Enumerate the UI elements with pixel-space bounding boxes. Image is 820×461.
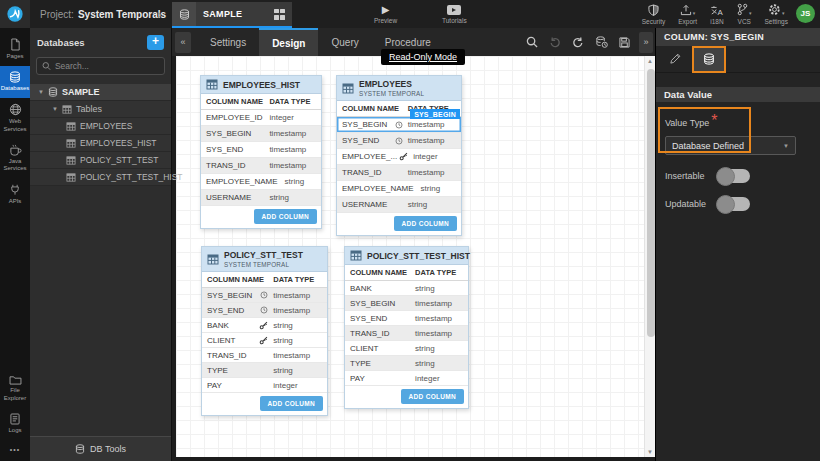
grid-view-icon[interactable] (274, 9, 285, 20)
column-row[interactable]: SYS_END timestamp (337, 133, 461, 149)
scrollbar-thumb[interactable] (647, 69, 655, 337)
vertical-scrollbar[interactable]: ▲ ▼ (644, 56, 655, 457)
column-name: SYS_BEGIN (345, 299, 415, 308)
value-type-dropdown[interactable]: Database Defined ▼ (665, 136, 796, 155)
tree-table-item[interactable]: EMPLOYEES_HIST (30, 135, 171, 152)
column-row[interactable]: EMPLOYEE_NAME string (201, 174, 321, 190)
tab-column-data[interactable] (692, 46, 726, 73)
column-row[interactable]: CLIENT string (345, 341, 468, 356)
database-scripts-icon[interactable] (595, 36, 608, 48)
security-label: Security (642, 18, 665, 25)
save-icon[interactable] (619, 37, 630, 48)
entity-card-policy-stt-test-hist[interactable]: POLICY_STT_TEST_HIST COLUMN NAME DATA TY… (344, 246, 469, 409)
column-row[interactable]: TRANS_ID timestamp (202, 348, 327, 363)
add-column-button[interactable]: ADD COLUMN (394, 216, 457, 231)
tab-design[interactable]: Design (259, 28, 318, 56)
preview-button[interactable]: ▶ Preview (374, 4, 397, 24)
column-row[interactable]: SYS_END timestamp (345, 311, 468, 326)
column-row[interactable]: TRANS_ID timestamp (345, 326, 468, 341)
column-row[interactable]: TRANS_ID timestamp (201, 158, 321, 174)
column-row[interactable]: CLIENT string (202, 333, 327, 348)
security-button[interactable]: Security (642, 4, 665, 25)
insertable-toggle[interactable] (717, 169, 750, 183)
column-row[interactable]: BANK string (202, 318, 327, 333)
column-type: string (273, 366, 293, 375)
schema-canvas[interactable]: EMPLOYEES_HIST COLUMN NAME DATA TYPE EMP… (176, 56, 655, 457)
entity-card-policy-stt-test[interactable]: POLICY_STT_TEST SYSTEM TEMPORAL COLUMN N… (201, 246, 328, 416)
i18n-button[interactable]: A i18N (710, 4, 724, 25)
column-type: timestamp (415, 329, 452, 338)
scroll-up-arrow[interactable]: ▲ (645, 58, 655, 64)
column-row[interactable]: PAY integer (345, 371, 468, 386)
column-properties-panel: COLUMN: SYS_BEGIN Data Value Value Type*… (655, 28, 820, 461)
table-icon (207, 254, 219, 265)
add-column-button[interactable]: ADD COLUMN (401, 389, 464, 404)
tab-edit-column[interactable] (658, 46, 692, 73)
tab-query[interactable]: Query (318, 28, 371, 56)
sidebar-item-web-services[interactable]: Web Services (0, 98, 30, 138)
search-icon (42, 61, 51, 71)
tree-table-item[interactable]: EMPLOYEES (30, 118, 171, 135)
entity-header[interactable]: POLICY_STT_TEST SYSTEM TEMPORAL (202, 247, 327, 272)
sidebar-item-file-explorer[interactable]: File Explorer (0, 370, 30, 407)
search-input[interactable] (55, 61, 159, 71)
user-avatar[interactable]: JS (796, 4, 815, 23)
redo-icon[interactable] (572, 36, 584, 48)
sidebar-item-pages[interactable]: Pages (0, 33, 30, 66)
column-row[interactable]: SYS_END timestamp (202, 303, 327, 318)
column-row[interactable]: EMPLOYEE_... integer (337, 149, 461, 165)
column-row[interactable]: PAY integer (202, 378, 327, 393)
tree-database-sample[interactable]: ▼ SAMPLE (30, 84, 171, 101)
search-box[interactable] (36, 57, 165, 75)
tree-table-item[interactable]: POLICY_STT_TEST_HIST (30, 169, 171, 186)
app-logo[interactable] (0, 0, 30, 28)
export-button[interactable]: ▾ Export (678, 4, 697, 25)
column-row[interactable]: USERNAME string (337, 197, 461, 213)
collapse-left-panel-button[interactable]: « (175, 32, 191, 53)
sidebar-item-java-services[interactable]: Java Services (0, 139, 30, 178)
scroll-down-arrow[interactable]: ▼ (645, 449, 655, 455)
zoom-icon[interactable] (526, 36, 538, 48)
column-row[interactable]: SYS_BEGIN timestamp (345, 296, 468, 311)
updatable-toggle[interactable] (717, 197, 750, 211)
project-name: System Temporals (78, 9, 166, 20)
add-database-button[interactable]: + (147, 35, 164, 50)
sidebar-item-logs[interactable]: Logs (0, 408, 30, 440)
column-row[interactable]: TYPE string (345, 356, 468, 371)
tree-group-tables[interactable]: ▼ Tables (30, 101, 171, 118)
more-icon[interactable]: ••• (0, 440, 30, 461)
column-row[interactable]: EMPLOYEE_NAME string (337, 181, 461, 197)
tab-settings[interactable]: Settings (197, 28, 259, 56)
sidebar-item-databases[interactable]: Databases (0, 66, 30, 98)
sidebar-item-apis[interactable]: APIs (0, 178, 30, 211)
caret-down-icon[interactable]: ▼ (52, 106, 58, 112)
column-row[interactable]: TRANS_ID timestamp (337, 165, 461, 181)
column-type: string (415, 344, 435, 353)
column-name: TYPE (345, 359, 415, 368)
column-row[interactable]: USERNAME string (201, 190, 321, 206)
entity-header[interactable]: EMPLOYEES SYSTEM TEMPORAL (337, 76, 461, 101)
column-row[interactable]: EMPLOYEE_ID integer (201, 110, 321, 126)
expand-right-panel-button[interactable]: » (639, 32, 653, 53)
column-row[interactable]: BANK string (345, 281, 468, 296)
insertable-label: Insertable (665, 171, 712, 181)
add-column-button[interactable]: ADD COLUMN (254, 209, 317, 224)
column-row[interactable]: SYS_BEGIN timestamp (201, 126, 321, 142)
entity-card-employees[interactable]: EMPLOYEES SYSTEM TEMPORAL COLUMN NAME DA… (336, 75, 462, 236)
entity-header[interactable]: EMPLOYEES_HIST (201, 76, 321, 94)
vcs-button[interactable]: ▾ VCS (737, 4, 752, 25)
db-tools-button[interactable]: DB Tools (30, 436, 171, 461)
tutorials-button[interactable]: Tutorials (442, 4, 467, 24)
entity-card-employees-hist[interactable]: EMPLOYEES_HIST COLUMN NAME DATA TYPE EMP… (200, 75, 322, 229)
tree-table-item[interactable]: POLICY_STT_TEST (30, 152, 171, 169)
caret-down-icon[interactable]: ▼ (38, 89, 44, 95)
column-row[interactable]: TYPE string (202, 363, 327, 378)
add-column-button[interactable]: ADD COLUMN (260, 396, 323, 411)
settings-button[interactable]: ▾ Settings (765, 4, 789, 25)
column-row[interactable]: SYS_BEGIN timestamp (202, 288, 327, 303)
column-row[interactable]: SYS_END timestamp (201, 142, 321, 158)
entity-header[interactable]: POLICY_STT_TEST_HIST (345, 247, 468, 265)
column-row[interactable]: SYS_BEGIN timestamp SYS_BEGIN (337, 117, 461, 133)
undo-icon[interactable] (549, 36, 561, 48)
artifact-tab-sample[interactable]: SAMPLE (172, 2, 292, 28)
